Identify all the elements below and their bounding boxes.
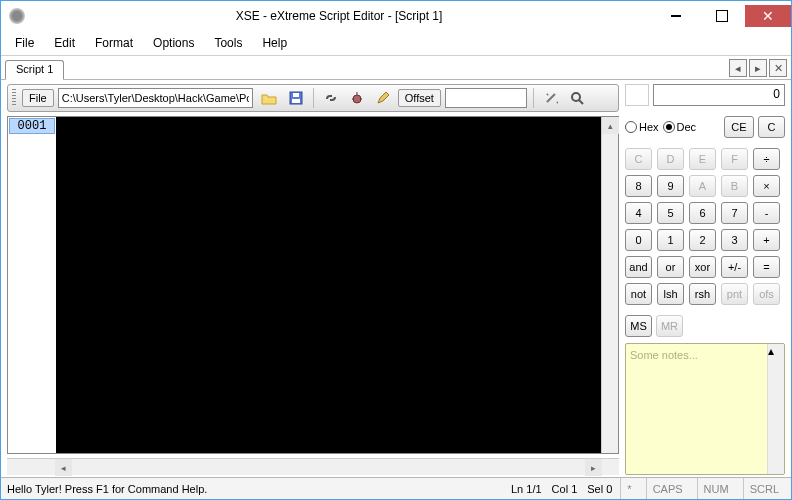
calc-key-7[interactable]: 7 xyxy=(721,202,748,224)
calc-key-[interactable]: ÷ xyxy=(753,148,780,170)
calc-key-xor[interactable]: xor xyxy=(689,256,716,278)
calc-ce-button[interactable]: CE xyxy=(724,116,754,138)
radio-hex[interactable]: Hex xyxy=(625,121,659,133)
file-label: File xyxy=(22,89,54,107)
calc-key-rsh[interactable]: rsh xyxy=(689,283,716,305)
calc-key-pnt[interactable]: pnt xyxy=(721,283,748,305)
calc-key-[interactable]: - xyxy=(753,202,780,224)
svg-point-3 xyxy=(353,95,361,103)
calc-key-4[interactable]: 4 xyxy=(625,202,652,224)
menu-file[interactable]: File xyxy=(7,33,42,53)
calc-key-ofs[interactable]: ofs xyxy=(753,283,780,305)
status-caps: CAPS xyxy=(646,478,689,499)
calc-c-button[interactable]: C xyxy=(758,116,785,138)
tab-strip: Script 1 ◂ ▸ ✕ xyxy=(1,56,791,80)
menu-format[interactable]: Format xyxy=(87,33,141,53)
tab-next-button[interactable]: ▸ xyxy=(749,59,767,77)
menu-options[interactable]: Options xyxy=(145,33,202,53)
notes-panel[interactable]: Some notes... ▴ xyxy=(625,343,785,475)
svg-rect-1 xyxy=(292,99,300,103)
code-area[interactable] xyxy=(56,117,601,453)
search-icon xyxy=(570,91,584,105)
calc-key-not[interactable]: not xyxy=(625,283,652,305)
svg-point-7 xyxy=(572,93,580,101)
app-icon xyxy=(9,8,25,24)
scroll-up-icon[interactable]: ▴ xyxy=(768,344,784,358)
editor: 0001 ▴ xyxy=(7,116,619,454)
calc-mr-button[interactable]: MR xyxy=(656,315,683,337)
maximize-button[interactable] xyxy=(699,5,745,27)
tools-search-button[interactable] xyxy=(566,87,588,109)
calc-key-2[interactable]: 2 xyxy=(689,229,716,251)
calc-key-[interactable]: +/- xyxy=(721,256,748,278)
calc-key-or[interactable]: or xyxy=(657,256,684,278)
calc-key-and[interactable]: and xyxy=(625,256,652,278)
menu-edit[interactable]: Edit xyxy=(46,33,83,53)
close-button[interactable]: ✕ xyxy=(745,5,791,27)
radio-hex-label: Hex xyxy=(639,121,659,133)
notes-scrollbar[interactable]: ▴ xyxy=(767,344,784,474)
status-col: Col 1 xyxy=(552,483,578,495)
calc-key-0[interactable]: 0 xyxy=(625,229,652,251)
debug-button[interactable] xyxy=(346,87,368,109)
window-title: XSE - eXtreme Script Editor - [Script 1] xyxy=(25,9,653,23)
minimize-button[interactable] xyxy=(653,5,699,27)
status-line: Ln 1/1 xyxy=(511,483,542,495)
radio-dec[interactable]: Dec xyxy=(663,121,697,133)
scroll-left-icon[interactable]: ◂ xyxy=(55,459,72,476)
calc-key-b[interactable]: B xyxy=(721,175,748,197)
scroll-up-icon[interactable]: ▴ xyxy=(602,117,619,134)
calc-key-[interactable]: = xyxy=(753,256,780,278)
calc-key-5[interactable]: 5 xyxy=(657,202,684,224)
calc-key-6[interactable]: 6 xyxy=(689,202,716,224)
menu-tools[interactable]: Tools xyxy=(206,33,250,53)
file-path-input[interactable] xyxy=(58,88,253,108)
status-modified: * xyxy=(620,478,637,499)
calc-key-9[interactable]: 9 xyxy=(657,175,684,197)
tab-script-1[interactable]: Script 1 xyxy=(5,60,64,80)
offset-input[interactable] xyxy=(445,88,527,108)
svg-line-8 xyxy=(579,100,583,104)
calc-color-swatch[interactable] xyxy=(625,84,649,106)
edit-button[interactable] xyxy=(372,87,394,109)
menu-bar: File Edit Format Options Tools Help xyxy=(1,31,791,56)
radio-dec-label: Dec xyxy=(677,121,697,133)
calc-key-d[interactable]: D xyxy=(657,148,684,170)
bug-icon xyxy=(350,91,364,105)
title-bar: XSE - eXtreme Script Editor - [Script 1]… xyxy=(1,1,791,31)
open-folder-button[interactable] xyxy=(257,87,281,109)
save-icon xyxy=(289,91,303,105)
toolbar-grip[interactable] xyxy=(12,89,16,107)
wand-icon xyxy=(544,91,558,105)
status-bar: Hello Tyler! Press F1 for Command Help. … xyxy=(1,477,791,499)
horizontal-scrollbar[interactable]: ◂ ▸ xyxy=(7,458,619,475)
tab-prev-button[interactable]: ◂ xyxy=(729,59,747,77)
line-number: 0001 xyxy=(9,118,55,134)
save-button[interactable] xyxy=(285,87,307,109)
calc-key-lsh[interactable]: lsh xyxy=(657,283,684,305)
calc-key-[interactable]: + xyxy=(753,229,780,251)
calc-display: 0 xyxy=(653,84,785,106)
calc-key-3[interactable]: 3 xyxy=(721,229,748,251)
calc-key-a[interactable]: A xyxy=(689,175,716,197)
calc-key-c[interactable]: C xyxy=(625,148,652,170)
calc-key-f[interactable]: F xyxy=(721,148,748,170)
vertical-scrollbar[interactable]: ▴ xyxy=(601,117,618,453)
menu-help[interactable]: Help xyxy=(254,33,295,53)
line-gutter: 0001 xyxy=(8,117,56,453)
tools-wand-button[interactable] xyxy=(540,87,562,109)
status-message: Hello Tyler! Press F1 for Command Help. xyxy=(7,483,207,495)
calc-keypad: CDEF÷89AB×4567-0123+andorxor+/-=notlshrs… xyxy=(625,148,785,305)
scroll-right-icon[interactable]: ▸ xyxy=(585,459,602,476)
status-sel: Sel 0 xyxy=(587,483,612,495)
calc-ms-button[interactable]: MS xyxy=(625,315,652,337)
pencil-icon xyxy=(376,91,390,105)
status-scrl: SCRL xyxy=(743,478,785,499)
tab-close-button[interactable]: ✕ xyxy=(769,59,787,77)
calc-key-e[interactable]: E xyxy=(689,148,716,170)
calc-key-[interactable]: × xyxy=(753,175,780,197)
calc-key-1[interactable]: 1 xyxy=(657,229,684,251)
folder-open-icon xyxy=(261,91,277,105)
calc-key-8[interactable]: 8 xyxy=(625,175,652,197)
link-button[interactable] xyxy=(320,87,342,109)
